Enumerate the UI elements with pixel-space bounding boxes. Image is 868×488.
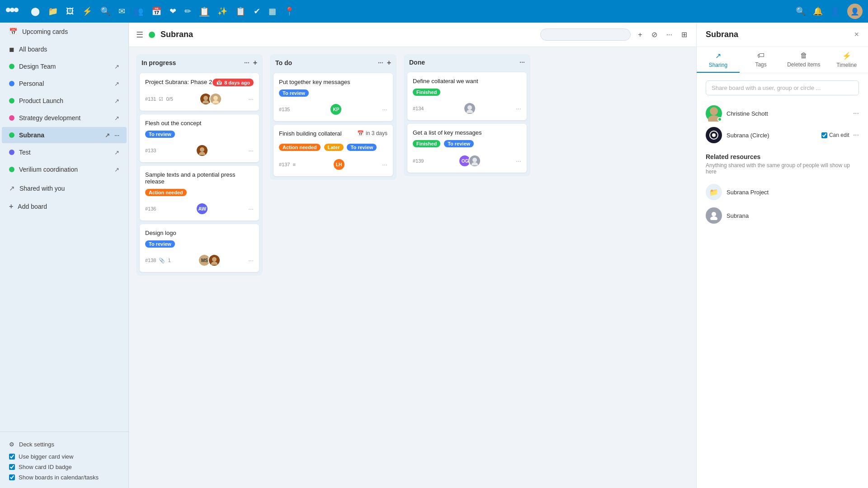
card-139[interactable]: Get a list of key messages Finished To r…	[407, 124, 527, 173]
column-header-in-progress: In progress ··· +	[136, 54, 263, 71]
sidebar-shared-with-you[interactable]: ↗ Shared with you	[2, 180, 127, 197]
nav-mail-icon[interactable]: ✉	[118, 6, 125, 16]
nav-tables-icon[interactable]: ▦	[269, 6, 276, 16]
column-more-icon[interactable]: ···	[519, 59, 525, 66]
board-menu-icon[interactable]: ☰	[136, 30, 143, 40]
nav-activity-icon[interactable]: ⚡	[82, 6, 92, 16]
card-id-checkbox[interactable]	[9, 464, 15, 470]
card-134[interactable]: Define collateral we want Finished #134 …	[407, 72, 527, 120]
card-131[interactable]: Project Subrana: Phase 2 📅 8 days ago #1…	[140, 73, 259, 111]
card-footer: #131 ☑ 0/5 ···	[145, 93, 254, 105]
card-135[interactable]: Put together key messages To review #135…	[274, 73, 393, 121]
avatar-lh: LH	[333, 158, 345, 171]
sidebar-item-personal[interactable]: Personal ↗	[2, 75, 127, 92]
nav-search-icon[interactable]: 🔍	[100, 6, 110, 16]
nav-dashboard-icon[interactable]: ⬤	[31, 6, 40, 16]
share-icon[interactable]: ↗	[114, 149, 119, 156]
sidebar-item-verilium[interactable]: Verilium coordination ↗	[2, 161, 127, 178]
more-icon[interactable]: ···	[114, 132, 119, 139]
circle-more-icon[interactable]: ···	[853, 131, 859, 139]
date-overdue-badge: 📅 8 days ago	[212, 79, 254, 86]
share-icon[interactable]: ↗	[114, 63, 119, 70]
column-title: Done	[409, 59, 425, 66]
board-dot	[9, 132, 14, 138]
column-add-icon[interactable]: +	[387, 59, 391, 67]
nav-contacts-icon[interactable]: 👥	[133, 6, 143, 16]
svg-point-14	[472, 162, 478, 165]
related-resources-title: Related resources	[706, 153, 859, 160]
sidebar-add-board[interactable]: + Add board	[2, 198, 127, 215]
nav-health-icon[interactable]: ❤	[170, 6, 176, 16]
view-options-icon[interactable]: ⊞	[679, 28, 689, 41]
share-icon[interactable]: ↗	[105, 132, 110, 139]
contacts-icon[interactable]: 👤	[830, 6, 840, 16]
can-edit-checkbox[interactable]	[821, 132, 827, 138]
nav-notes-icon[interactable]: ✏	[184, 6, 191, 16]
tab-deleted[interactable]: 🗑 Deleted items	[783, 47, 826, 73]
nav-tasks-icon[interactable]: ✔	[254, 6, 260, 16]
share-icon[interactable]: ↗	[114, 166, 119, 173]
user-more-icon[interactable]: ···	[853, 109, 859, 117]
card-more-icon[interactable]: ···	[516, 105, 521, 112]
board-search-input[interactable]	[540, 28, 631, 41]
sidebar-all-boards[interactable]: ◼ All boards	[2, 41, 127, 57]
resource-subrana-project[interactable]: 📁 Subrana Project	[706, 180, 859, 204]
more-options-icon[interactable]: ···	[665, 29, 674, 41]
global-search-icon[interactable]: 🔍	[796, 6, 806, 16]
svg-point-12	[467, 110, 473, 113]
tab-tags[interactable]: 🏷 Tags	[740, 47, 783, 73]
nav-notes2-icon[interactable]: 📋	[236, 6, 245, 16]
nav-calendar-icon[interactable]: 📅	[151, 6, 161, 16]
tab-sharing[interactable]: ↗ Sharing	[697, 47, 740, 73]
nav-maps-icon[interactable]: 📍	[284, 6, 294, 16]
column-more-icon[interactable]: ···	[378, 59, 383, 66]
card-137[interactable]: Finish building collateral 📅 in 3 days A…	[274, 125, 393, 176]
close-button[interactable]: ×	[854, 30, 859, 39]
svg-point-10	[211, 262, 217, 265]
card-more-icon[interactable]: ···	[248, 95, 254, 103]
sidebar-upcoming-cards[interactable]: 📅 Upcoming cards	[2, 23, 127, 40]
nav-files-icon[interactable]: 📁	[48, 6, 58, 16]
sidebar-item-strategy[interactable]: Strategy development ↗	[2, 110, 127, 126]
card-138[interactable]: Design logo To review #138 📎 1 MS	[140, 224, 259, 272]
calendar-checkbox[interactable]	[9, 474, 15, 480]
card-133[interactable]: Flesh out the concept To review #133 ···	[140, 114, 259, 162]
column-add-icon[interactable]: +	[253, 59, 257, 67]
add-column-icon[interactable]: +	[636, 29, 644, 41]
filter-icon[interactable]: ⊘	[650, 28, 659, 41]
card-136[interactable]: Sample texts and a potential press relea…	[140, 166, 259, 221]
user-avatar[interactable]: 👤	[847, 4, 863, 19]
deleted-icon: 🗑	[800, 52, 807, 60]
card-more-icon[interactable]: ···	[382, 106, 387, 113]
column-to-do: To do ··· + Put together key messages To…	[270, 54, 396, 180]
card-more-icon[interactable]: ···	[248, 147, 254, 154]
tab-timeline[interactable]: ⚡ Timeline	[825, 47, 868, 73]
sidebar-item-test[interactable]: Test ↗	[2, 144, 127, 160]
user-actions: ···	[853, 109, 859, 117]
notifications-icon[interactable]: 🔔	[813, 6, 823, 16]
share-input[interactable]: Share board with a user, group or circle…	[706, 80, 859, 95]
card-badges: Action needed Later To review	[279, 143, 387, 155]
sidebar-item-design-team[interactable]: Design Team ↗	[2, 58, 127, 75]
column-more-icon[interactable]: ···	[244, 59, 250, 66]
card-avatars	[463, 102, 476, 115]
card-more-icon[interactable]: ···	[248, 205, 254, 212]
card-more-icon[interactable]: ···	[516, 157, 521, 164]
user-actions: Can edit ···	[821, 131, 859, 139]
card-more-icon[interactable]: ···	[382, 161, 387, 168]
share-icon[interactable]: ↗	[114, 80, 119, 87]
sidebar-item-subrana[interactable]: Subrana ↗ ···	[2, 127, 127, 143]
nav-photos-icon[interactable]: 🖼	[66, 7, 74, 16]
app-logo[interactable]	[5, 5, 19, 17]
deck-settings-item[interactable]: ⚙ Deck settings	[4, 437, 125, 451]
sidebar-item-product-launch[interactable]: Product Launch ↗	[2, 93, 127, 109]
bigger-card-checkbox[interactable]	[9, 454, 15, 460]
nav-deck-icon[interactable]: 📋	[199, 6, 209, 16]
share-icon[interactable]: ↗	[114, 98, 119, 104]
can-edit-wrapper: Can edit	[821, 132, 849, 138]
card-more-icon[interactable]: ···	[248, 257, 254, 264]
nav-assistant-icon[interactable]: ✨	[217, 6, 227, 16]
share-icon[interactable]: ↗	[114, 115, 119, 122]
share-placeholder: Share board with a user, group or circle…	[712, 84, 821, 91]
resource-subrana[interactable]: Subrana	[706, 204, 859, 227]
